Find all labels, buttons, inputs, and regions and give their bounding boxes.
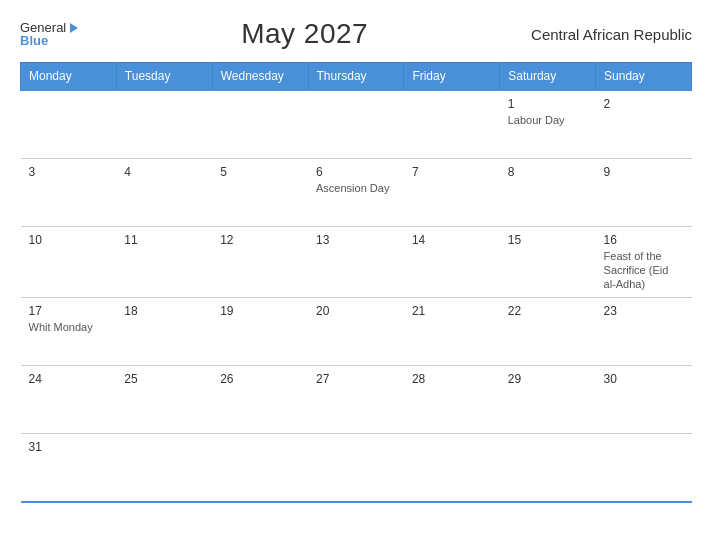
day-cell: 31 xyxy=(21,434,117,502)
day-number: 23 xyxy=(604,304,684,318)
day-cell: 13 xyxy=(308,226,404,298)
day-cell: 19 xyxy=(212,298,308,366)
day-number: 4 xyxy=(124,165,204,179)
day-cell: 18 xyxy=(116,298,212,366)
day-number: 14 xyxy=(412,233,492,247)
day-cell: 22 xyxy=(500,298,596,366)
day-cell xyxy=(404,434,500,502)
day-number: 10 xyxy=(29,233,109,247)
holiday-name: Whit Monday xyxy=(29,320,109,334)
day-cell: 29 xyxy=(500,366,596,434)
day-cell: 27 xyxy=(308,366,404,434)
day-cell: 1Labour Day xyxy=(500,90,596,158)
day-number: 29 xyxy=(508,372,588,386)
week-row-3: 10111213141516Feast of the Sacrifice (Ei… xyxy=(21,226,692,298)
day-cell: 14 xyxy=(404,226,500,298)
day-number: 30 xyxy=(604,372,684,386)
holiday-name: Labour Day xyxy=(508,113,588,127)
day-number: 19 xyxy=(220,304,300,318)
day-cell xyxy=(500,434,596,502)
week-row-6: 31 xyxy=(21,434,692,502)
day-number: 8 xyxy=(508,165,588,179)
header-wednesday: Wednesday xyxy=(212,63,308,91)
calendar-table: Monday Tuesday Wednesday Thursday Friday… xyxy=(20,62,692,503)
day-number: 18 xyxy=(124,304,204,318)
day-cell: 10 xyxy=(21,226,117,298)
day-number: 2 xyxy=(604,97,684,111)
day-number: 7 xyxy=(412,165,492,179)
header-saturday: Saturday xyxy=(500,63,596,91)
day-cell: 25 xyxy=(116,366,212,434)
day-cell xyxy=(404,90,500,158)
day-cell xyxy=(212,434,308,502)
day-cell: 8 xyxy=(500,158,596,226)
country-name: Central African Republic xyxy=(531,26,692,43)
logo: General Blue xyxy=(20,21,78,47)
header-sunday: Sunday xyxy=(596,63,692,91)
day-number: 12 xyxy=(220,233,300,247)
day-cell: 5 xyxy=(212,158,308,226)
holiday-name: Ascension Day xyxy=(316,181,396,195)
day-cell: 20 xyxy=(308,298,404,366)
day-cell xyxy=(116,434,212,502)
day-number: 25 xyxy=(124,372,204,386)
day-number: 1 xyxy=(508,97,588,111)
day-number: 16 xyxy=(604,233,684,247)
week-row-4: 17Whit Monday181920212223 xyxy=(21,298,692,366)
day-cell: 4 xyxy=(116,158,212,226)
day-cell: 3 xyxy=(21,158,117,226)
day-cell: 11 xyxy=(116,226,212,298)
week-row-1: 1Labour Day2 xyxy=(21,90,692,158)
day-number: 22 xyxy=(508,304,588,318)
day-number: 24 xyxy=(29,372,109,386)
day-number: 20 xyxy=(316,304,396,318)
day-cell xyxy=(212,90,308,158)
day-cell xyxy=(21,90,117,158)
day-number: 3 xyxy=(29,165,109,179)
day-number: 9 xyxy=(604,165,684,179)
page: General Blue May 2027 Central African Re… xyxy=(0,0,712,550)
header: General Blue May 2027 Central African Re… xyxy=(20,18,692,50)
day-cell: 7 xyxy=(404,158,500,226)
day-cell: 28 xyxy=(404,366,500,434)
day-number: 26 xyxy=(220,372,300,386)
day-cell: 23 xyxy=(596,298,692,366)
logo-triangle-icon xyxy=(70,23,78,33)
day-number: 13 xyxy=(316,233,396,247)
day-number: 28 xyxy=(412,372,492,386)
day-cell: 30 xyxy=(596,366,692,434)
header-friday: Friday xyxy=(404,63,500,91)
day-cell: 16Feast of the Sacrifice (Eid al-Adha) xyxy=(596,226,692,298)
day-number: 27 xyxy=(316,372,396,386)
day-number: 5 xyxy=(220,165,300,179)
day-number: 15 xyxy=(508,233,588,247)
day-cell xyxy=(308,90,404,158)
week-row-5: 24252627282930 xyxy=(21,366,692,434)
day-cell: 24 xyxy=(21,366,117,434)
day-cell: 26 xyxy=(212,366,308,434)
day-cell xyxy=(308,434,404,502)
holiday-name: Feast of the Sacrifice (Eid al-Adha) xyxy=(604,249,684,292)
day-number: 11 xyxy=(124,233,204,247)
day-number: 17 xyxy=(29,304,109,318)
day-cell xyxy=(116,90,212,158)
logo-blue-text: Blue xyxy=(20,34,48,47)
day-number: 6 xyxy=(316,165,396,179)
day-number: 21 xyxy=(412,304,492,318)
header-tuesday: Tuesday xyxy=(116,63,212,91)
week-row-2: 3456Ascension Day789 xyxy=(21,158,692,226)
day-number: 31 xyxy=(29,440,109,454)
calendar-title: May 2027 xyxy=(241,18,368,50)
day-cell: 17Whit Monday xyxy=(21,298,117,366)
day-cell: 21 xyxy=(404,298,500,366)
day-cell: 12 xyxy=(212,226,308,298)
day-cell: 15 xyxy=(500,226,596,298)
header-monday: Monday xyxy=(21,63,117,91)
day-cell: 9 xyxy=(596,158,692,226)
day-cell: 6Ascension Day xyxy=(308,158,404,226)
day-cell xyxy=(596,434,692,502)
day-cell: 2 xyxy=(596,90,692,158)
days-header-row: Monday Tuesday Wednesday Thursday Friday… xyxy=(21,63,692,91)
header-thursday: Thursday xyxy=(308,63,404,91)
